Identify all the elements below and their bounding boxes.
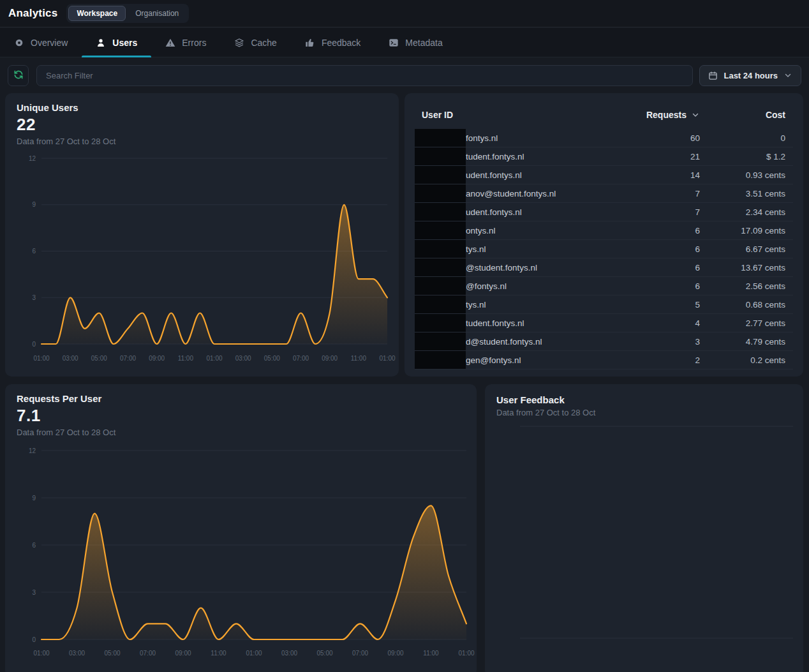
refresh-icon xyxy=(13,70,24,82)
svg-text:11:00: 11:00 xyxy=(211,650,226,657)
tab-overview[interactable]: Overview xyxy=(0,28,82,57)
redacted-user-id-box xyxy=(415,184,466,202)
column-header-user-id: User ID xyxy=(422,110,453,120)
svg-text:11:00: 11:00 xyxy=(351,355,367,362)
top-bar: Analytics Workspace Organisation xyxy=(0,0,809,27)
redacted-user-id-box xyxy=(415,295,466,313)
cost-cell: 0 xyxy=(700,133,785,143)
table-row[interactable]: @student.fontys.nl 6 13.67 cents xyxy=(415,258,793,277)
redacted-user-id-box xyxy=(415,221,466,239)
requests-cell: 4 xyxy=(662,318,700,328)
requests-cell: 6 xyxy=(662,281,700,291)
redacted-user-id-box xyxy=(415,129,466,147)
table-row[interactable]: anov@student.fontys.nl 7 3.51 cents xyxy=(415,184,793,203)
table-row[interactable]: fontys.nl 60 0 xyxy=(415,129,793,147)
requests-cell: 3 xyxy=(662,337,700,347)
card-title: User Feedback xyxy=(496,394,565,405)
table-row[interactable]: d@student.fontys.nl 3 4.79 cents xyxy=(415,332,793,351)
user-id-cell: anov@student.fontys.nl xyxy=(466,189,556,198)
cost-cell: 13.67 cents xyxy=(700,263,785,273)
cost-cell: 0.68 cents xyxy=(700,300,785,310)
card-subtitle: Data from 27 Oct to 28 Oct xyxy=(17,137,115,146)
redacted-user-id-box xyxy=(415,166,466,184)
column-header-cost[interactable]: Cost xyxy=(700,110,785,120)
cost-cell: 2.34 cents xyxy=(700,207,785,217)
date-range-button[interactable]: Last 24 hours xyxy=(699,65,801,86)
tab-label: Users xyxy=(112,38,137,48)
svg-text:09:00: 09:00 xyxy=(322,355,338,362)
table-row[interactable]: udent.fontys.nl 7 2.34 cents xyxy=(415,203,793,221)
svg-text:01:00: 01:00 xyxy=(458,650,474,657)
tab-metadata[interactable]: Metadata xyxy=(375,28,456,57)
svg-text:09:00: 09:00 xyxy=(175,650,191,657)
table-row[interactable]: ontys.nl 6 17.09 cents xyxy=(415,221,793,240)
table-row[interactable]: tudent.fontys.nl 21 $ 1.2 xyxy=(415,147,793,166)
redacted-user-id-box xyxy=(415,351,466,369)
column-header-requests[interactable]: Requests xyxy=(646,110,700,120)
svg-text:01:00: 01:00 xyxy=(246,650,262,657)
cost-cell: 0.93 cents xyxy=(700,170,785,180)
svg-text:05:00: 05:00 xyxy=(316,650,332,657)
svg-text:01:00: 01:00 xyxy=(206,355,222,362)
warning-icon xyxy=(165,38,175,48)
page-title: Analytics xyxy=(8,7,57,20)
user-feedback-chart xyxy=(485,422,803,643)
user-id-cell: d@student.fontys.nl xyxy=(466,337,542,347)
requests-cell: 6 xyxy=(662,244,700,254)
table-row[interactable]: gen@fontys.nl 2 0.2 cents xyxy=(415,351,793,370)
unique-users-card: Unique Users 22 Data from 27 Oct to 28 O… xyxy=(5,93,399,377)
requests-cell: 2 xyxy=(662,355,700,365)
nav-tabs: Overview Users Errors Cache Feedback Met… xyxy=(0,28,809,57)
requests-cell: 7 xyxy=(662,189,700,198)
svg-text:3: 3 xyxy=(32,294,36,301)
table-row[interactable]: @fontys.nl 6 2.56 cents xyxy=(415,277,793,295)
refresh-button[interactable] xyxy=(8,65,29,86)
tab-errors[interactable]: Errors xyxy=(151,28,220,57)
user-id-cell: @fontys.nl xyxy=(466,281,507,291)
svg-text:6: 6 xyxy=(32,248,36,255)
svg-text:03:00: 03:00 xyxy=(235,355,251,362)
svg-text:07:00: 07:00 xyxy=(293,355,309,362)
scope-tab-organisation[interactable]: Organisation xyxy=(127,6,187,21)
user-id-cell: gen@fontys.nl xyxy=(466,355,521,365)
svg-text:03:00: 03:00 xyxy=(281,650,297,657)
svg-text:05:00: 05:00 xyxy=(91,355,107,362)
tab-feedback[interactable]: Feedback xyxy=(291,28,375,57)
scope-switch: Workspace Organisation xyxy=(66,4,189,23)
table-row[interactable]: tudent.fontys.nl 4 2.77 cents xyxy=(415,314,793,332)
search-input[interactable] xyxy=(36,65,693,86)
user-id-cell: tudent.fontys.nl xyxy=(466,318,524,328)
cost-cell: $ 1.2 xyxy=(700,152,785,161)
chevron-down-icon xyxy=(783,71,792,80)
filter-bar: Last 24 hours xyxy=(0,57,809,93)
svg-text:07:00: 07:00 xyxy=(120,355,136,362)
scope-tab-workspace[interactable]: Workspace xyxy=(68,6,126,21)
table-row[interactable]: tys.nl 6 6.67 cents xyxy=(415,240,793,258)
svg-text:0: 0 xyxy=(32,341,36,348)
user-id-cell: tys.nl xyxy=(466,244,486,254)
table-row[interactable]: tys.nl 5 0.68 cents xyxy=(415,295,793,314)
user-id-cell: udent.fontys.nl xyxy=(466,170,522,180)
requests-cell: 6 xyxy=(662,263,700,273)
user-id-cell: ontys.nl xyxy=(466,226,496,235)
svg-text:03:00: 03:00 xyxy=(63,355,78,362)
tab-label: Overview xyxy=(31,38,68,48)
table-row[interactable]: udent.fontys.nl 14 0.93 cents xyxy=(415,166,793,184)
redacted-user-id-box xyxy=(415,258,466,276)
svg-text:01:00: 01:00 xyxy=(379,355,395,362)
requests-cell: 7 xyxy=(662,207,700,217)
svg-text:12: 12 xyxy=(29,447,36,454)
cost-cell: 3.51 cents xyxy=(700,189,785,198)
svg-text:9: 9 xyxy=(32,201,36,208)
svg-text:3: 3 xyxy=(32,589,36,596)
svg-text:07:00: 07:00 xyxy=(352,650,368,657)
card-subtitle: Data from 27 Oct to 28 Oct xyxy=(17,428,115,437)
tab-label: Feedback xyxy=(322,38,360,48)
tab-users[interactable]: Users xyxy=(82,28,151,57)
unique-users-chart: 03691201:0003:0005:0007:0009:0011:0001:0… xyxy=(5,153,399,368)
table-header: User ID Requests Cost xyxy=(422,106,785,124)
tab-cache[interactable]: Cache xyxy=(220,28,290,57)
card-subtitle: Data from 27 Oct to 28 Oct xyxy=(496,408,595,417)
card-title: Requests Per User xyxy=(17,393,101,404)
cost-cell: 2.56 cents xyxy=(700,281,785,291)
